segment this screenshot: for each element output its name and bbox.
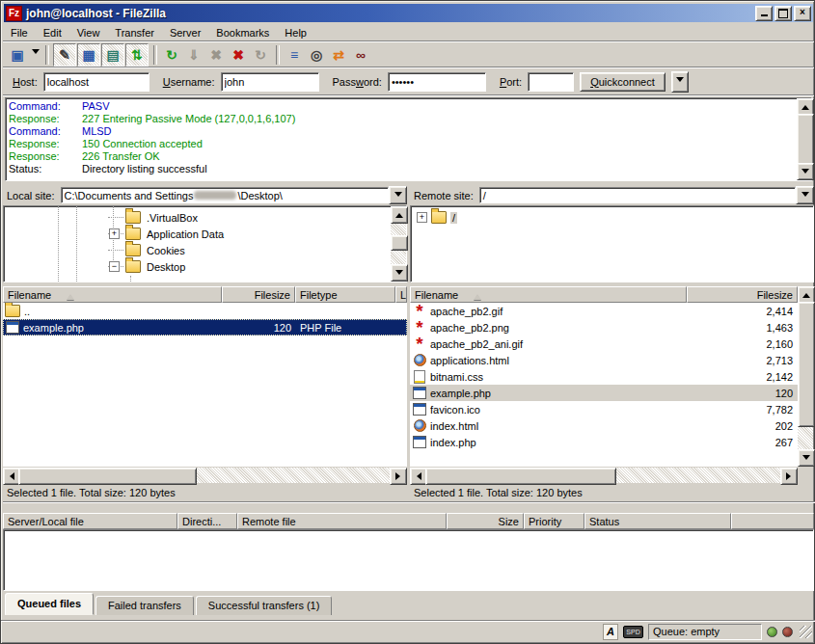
- column-header-server-local-file[interactable]: Server/Local file: [3, 513, 177, 529]
- tree-item-root[interactable]: + /: [411, 209, 813, 226]
- column-header-remote-file[interactable]: Remote file: [237, 513, 447, 529]
- tree-item-desktop[interactable]: − Desktop: [4, 258, 406, 275]
- menu-server[interactable]: Server: [162, 25, 208, 40]
- file-row[interactable]: *apache_pb2.png1,463: [410, 319, 798, 335]
- tree-expander-plus-icon[interactable]: +: [417, 212, 427, 223]
- speed-limits-icon[interactable]: SPD: [623, 626, 643, 638]
- tree-item-cookies[interactable]: Cookies: [4, 242, 406, 258]
- menu-edit[interactable]: Edit: [36, 25, 69, 40]
- log-line: Response:150 Connection accepted: [6, 138, 811, 150]
- column-header-size[interactable]: Size: [447, 513, 524, 529]
- minimize-button[interactable]: [755, 6, 773, 21]
- port-input[interactable]: [528, 72, 574, 92]
- username-input[interactable]: [221, 72, 319, 92]
- resize-grip[interactable]: [800, 626, 812, 638]
- port-label: Port:: [500, 76, 522, 88]
- local-tree-scrollbar[interactable]: [391, 206, 406, 282]
- tab-failed-transfers[interactable]: Failed transfers: [95, 596, 194, 615]
- menu-help[interactable]: Help: [277, 25, 314, 40]
- file-row[interactable]: index.php267: [410, 434, 798, 450]
- local-list-hscrollbar[interactable]: [3, 468, 407, 483]
- file-row[interactable]: bitnami.css2,142: [410, 368, 798, 385]
- refresh-icon[interactable]: ↻: [161, 44, 182, 66]
- remote-site-dropdown-icon[interactable]: [796, 186, 814, 204]
- column-header-filesize[interactable]: Filesize: [687, 286, 798, 303]
- menu-file[interactable]: File: [3, 25, 36, 40]
- host-input[interactable]: [43, 72, 149, 92]
- queue-list: [3, 529, 814, 591]
- column-header-filesize[interactable]: Filesize: [222, 286, 295, 303]
- scroll-down-icon[interactable]: [798, 449, 815, 467]
- toggle-message-log-icon[interactable]: ✎: [53, 43, 76, 67]
- log-line: Command:PASV: [6, 100, 811, 113]
- scrollbar-thumb[interactable]: [391, 235, 408, 251]
- window-title: john@localhost - FileZilla: [26, 7, 753, 20]
- reconnect-icon[interactable]: ↻: [250, 44, 271, 66]
- remote-file-list: *apache_pb2.gif2,414 *apache_pb2.png1,46…: [410, 303, 798, 467]
- find-files-icon[interactable]: ∞: [350, 44, 371, 66]
- toolbar-separator: [45, 45, 49, 65]
- file-row[interactable]: *apache_pb2_ani.gif2,160: [410, 335, 798, 352]
- cancel-operation-icon[interactable]: ✖: [205, 44, 227, 66]
- log-scrollbar[interactable]: [797, 98, 812, 180]
- column-header-lastmodified[interactable]: L: [395, 286, 407, 303]
- remote-site-combobox[interactable]: /: [479, 187, 796, 203]
- site-manager-dropdown-icon[interactable]: [29, 44, 41, 66]
- compare-directories-icon[interactable]: ◎: [306, 44, 327, 66]
- menu-view[interactable]: View: [69, 25, 108, 40]
- toggle-transfer-queue-icon[interactable]: ⇅: [125, 43, 149, 67]
- disconnect-icon[interactable]: ✖: [228, 44, 249, 66]
- quickconnect-button[interactable]: Quickconnect: [580, 72, 666, 92]
- file-row-example-php[interactable]: example.php 120 PHP File 1: [3, 319, 407, 335]
- file-row[interactable]: *apache_pb2.gif2,414: [410, 303, 798, 319]
- close-button[interactable]: ×: [794, 6, 811, 21]
- tree-expander-minus-icon[interactable]: −: [109, 261, 120, 272]
- synchronized-browsing-icon[interactable]: ⇄: [328, 44, 349, 66]
- scroll-up-icon[interactable]: [391, 206, 408, 224]
- scrollbar-thumb[interactable]: [18, 468, 197, 485]
- html-file-icon: [412, 354, 427, 367]
- tab-successful-transfers[interactable]: Successful transfers (1): [196, 596, 333, 615]
- column-header-filetype[interactable]: Filetype: [295, 286, 395, 303]
- parent-directory-row[interactable]: ..: [3, 303, 407, 319]
- scrollbar-thumb[interactable]: [798, 302, 815, 427]
- remote-list-hscrollbar[interactable]: [410, 468, 798, 483]
- scroll-down-icon[interactable]: [391, 264, 408, 282]
- column-header-direction[interactable]: Directi...: [177, 513, 237, 529]
- toggle-local-tree-icon[interactable]: ▦: [77, 43, 100, 67]
- menu-bookmarks[interactable]: Bookmarks: [208, 25, 277, 40]
- quickconnect-dropdown-icon[interactable]: [671, 71, 689, 93]
- tree-item-application-data[interactable]: + Application Data: [4, 226, 406, 242]
- process-queue-icon[interactable]: ⇓: [183, 44, 204, 66]
- filezilla-logo-icon: Fz: [6, 6, 22, 21]
- tree-item-virtualbox[interactable]: .VirtualBox: [4, 209, 406, 226]
- column-header-filename[interactable]: Filename: [3, 286, 222, 303]
- scroll-right-icon[interactable]: [780, 468, 798, 485]
- column-header-filename[interactable]: Filename: [410, 286, 687, 303]
- file-row[interactable]: applications.html2,713: [410, 352, 798, 368]
- file-row[interactable]: index.html202: [410, 417, 798, 434]
- directory-filters-icon[interactable]: ≡: [284, 44, 305, 66]
- menu-transfer[interactable]: Transfer: [107, 25, 162, 40]
- local-site-combobox[interactable]: C:\Documents and Settings\Desktop\: [61, 187, 389, 203]
- scroll-right-icon[interactable]: [390, 468, 407, 485]
- column-header-status[interactable]: Status: [584, 513, 731, 529]
- local-site-dropdown-icon[interactable]: [389, 186, 407, 204]
- remote-list-vscrollbar[interactable]: [798, 286, 813, 467]
- scrollbar-thumb[interactable]: [425, 468, 616, 485]
- maximize-button[interactable]: [774, 6, 792, 21]
- file-row-selected[interactable]: example.php120: [410, 385, 798, 401]
- column-header-priority[interactable]: Priority: [524, 513, 584, 529]
- tab-queued-files[interactable]: Queued files: [5, 593, 94, 615]
- password-input[interactable]: [388, 72, 486, 92]
- folder-icon: [125, 244, 141, 256]
- tree-expander-plus-icon[interactable]: +: [109, 228, 120, 239]
- site-manager-icon[interactable]: ▣: [7, 44, 28, 66]
- scroll-down-icon[interactable]: [797, 163, 814, 180]
- toggle-remote-tree-icon[interactable]: ▤: [101, 43, 124, 67]
- file-row[interactable]: favicon.ico7,782: [410, 401, 798, 417]
- transfer-type-indicator-icon[interactable]: A: [603, 624, 618, 640]
- ico-file-icon: [412, 403, 427, 416]
- scrollbar-thumb[interactable]: [797, 114, 814, 166]
- status-bar: A SPD Queue: empty: [1, 621, 815, 641]
